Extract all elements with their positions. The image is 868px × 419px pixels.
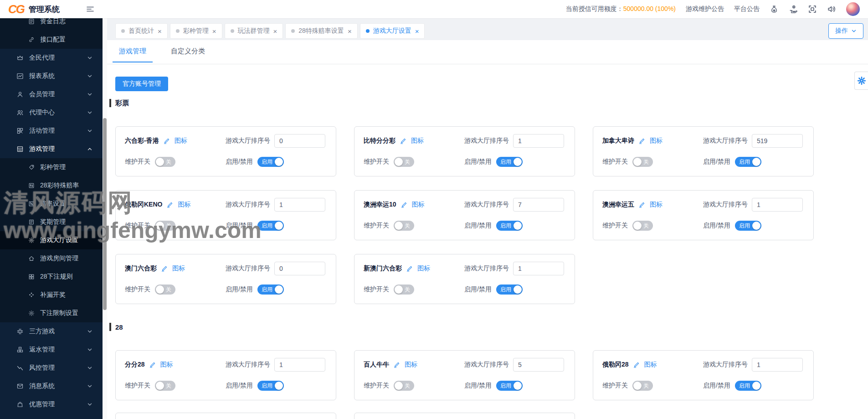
- enable-toggle[interactable]: 启用: [257, 221, 284, 231]
- close-icon[interactable]: ×: [212, 28, 216, 35]
- speaker-icon[interactable]: [827, 5, 836, 14]
- enable-toggle[interactable]: 启用: [735, 381, 761, 391]
- enable-toggle[interactable]: 启用: [735, 221, 761, 231]
- enable-toggle[interactable]: 启用: [735, 157, 761, 167]
- sidebar-item-5[interactable]: 代理中心: [0, 103, 103, 122]
- maintenance-toggle[interactable]: 关: [155, 157, 175, 167]
- sort-input[interactable]: [752, 134, 803, 148]
- icon-link[interactable]: 图标: [172, 264, 185, 273]
- sidebar-item-2[interactable]: 全民代理: [0, 49, 103, 67]
- sort-input[interactable]: [513, 198, 564, 212]
- sidebar-item-19[interactable]: 风控管理: [0, 359, 103, 377]
- edit-icon[interactable]: [406, 265, 413, 272]
- edit-icon[interactable]: [400, 138, 406, 145]
- action-dropdown-button[interactable]: 操作: [828, 23, 863, 39]
- sidebar-collapse-icon[interactable]: [86, 5, 94, 13]
- sidebar-item-13[interactable]: 游戏房间管理: [0, 249, 103, 268]
- icon-link[interactable]: 图标: [405, 361, 417, 369]
- sort-input[interactable]: [274, 198, 325, 212]
- sidebar-item-21[interactable]: 优惠管理: [0, 395, 103, 414]
- sidebar-item-7[interactable]: 游戏管理: [0, 140, 103, 158]
- sort-input[interactable]: [513, 262, 564, 275]
- sidebar-item-11[interactable]: 奖期管理: [0, 213, 103, 231]
- icon-link[interactable]: 图标: [160, 361, 173, 369]
- edit-icon[interactable]: [166, 202, 173, 208]
- sidebar-item-1[interactable]: 接口配置: [0, 31, 103, 49]
- edit-icon[interactable]: [149, 362, 156, 368]
- maintenance-toggle[interactable]: 关: [394, 285, 414, 295]
- sidebar-item-18[interactable]: 返水管理: [0, 341, 103, 359]
- sidebar-item-10[interactable]: 赔率设置: [0, 195, 103, 213]
- enable-toggle[interactable]: 启用: [257, 381, 284, 391]
- sidebar-item-14[interactable]: 28下注规则: [0, 268, 103, 286]
- close-icon[interactable]: ×: [273, 28, 277, 35]
- platform-announcement-link[interactable]: 平台公告: [734, 5, 760, 13]
- sidebar-item-8[interactable]: 彩种管理: [0, 158, 103, 176]
- maintenance-toggle[interactable]: 关: [394, 221, 414, 231]
- maintenance-toggle[interactable]: 关: [632, 157, 653, 167]
- sidebar-item-16[interactable]: 下注限制设置: [0, 304, 103, 322]
- sidebar-scrollbar[interactable]: [103, 18, 107, 419]
- sort-input[interactable]: [513, 134, 564, 148]
- game-maintenance-announcement-link[interactable]: 游戏维护公告: [686, 5, 724, 13]
- sidebar-item-0[interactable]: 资金日志: [0, 18, 103, 31]
- maintenance-toggle[interactable]: 关: [155, 221, 175, 231]
- close-icon[interactable]: ×: [348, 28, 352, 35]
- open-tab-4[interactable]: 游戏大厅设置×: [360, 23, 425, 39]
- page-tab-0[interactable]: 游戏管理: [113, 40, 153, 62]
- edit-icon[interactable]: [163, 138, 170, 145]
- sort-input[interactable]: [274, 134, 325, 148]
- icon-link[interactable]: 图标: [650, 201, 663, 209]
- edit-icon[interactable]: [401, 202, 407, 208]
- sidebar-item-20[interactable]: 消息系统: [0, 377, 103, 395]
- handcoin-icon[interactable]: [789, 5, 798, 14]
- sidebar-item-6[interactable]: 活动管理: [0, 122, 103, 140]
- maintenance-toggle[interactable]: 关: [632, 221, 653, 231]
- sort-input[interactable]: [752, 358, 803, 372]
- sidebar-item-9[interactable]: 28彩特殊赔率: [0, 176, 103, 195]
- enable-toggle[interactable]: 启用: [496, 221, 523, 231]
- icon-link[interactable]: 图标: [412, 201, 425, 209]
- enable-toggle[interactable]: 启用: [496, 285, 523, 295]
- open-tab-1[interactable]: 彩种管理×: [170, 23, 222, 39]
- edit-icon[interactable]: [393, 362, 400, 368]
- open-tab-0[interactable]: 首页统计×: [115, 23, 168, 39]
- open-tab-2[interactable]: 玩法群管理×: [225, 23, 283, 39]
- enable-toggle[interactable]: 启用: [496, 381, 523, 391]
- close-icon[interactable]: ×: [415, 28, 419, 35]
- enable-toggle[interactable]: 启用: [496, 157, 523, 167]
- enable-toggle[interactable]: 启用: [257, 285, 284, 295]
- sort-input[interactable]: [274, 358, 325, 372]
- user-avatar[interactable]: [846, 2, 860, 16]
- official-account-button[interactable]: 官方账号管理: [115, 77, 168, 91]
- icon-link[interactable]: 图标: [417, 264, 430, 273]
- maintenance-toggle[interactable]: 关: [632, 381, 653, 391]
- edit-icon[interactable]: [638, 138, 645, 145]
- icon-link[interactable]: 图标: [411, 137, 424, 145]
- enable-toggle[interactable]: 启用: [257, 157, 284, 167]
- sidebar-item-4[interactable]: 会员管理: [0, 85, 103, 103]
- close-icon[interactable]: ×: [158, 28, 162, 35]
- sidebar-item-17[interactable]: 三方游戏: [0, 322, 103, 341]
- sidebar-item-12[interactable]: 游戏大厅设置: [0, 231, 103, 249]
- maintenance-toggle[interactable]: 关: [394, 157, 414, 167]
- theme-settings-flyout[interactable]: [854, 72, 868, 90]
- maintenance-toggle[interactable]: 关: [394, 381, 414, 391]
- maintenance-toggle[interactable]: 关: [155, 285, 175, 295]
- icon-link[interactable]: 图标: [175, 137, 187, 145]
- maintenance-toggle[interactable]: 关: [155, 381, 175, 391]
- sidebar-item-3[interactable]: 报表系统: [0, 67, 103, 85]
- edit-icon[interactable]: [161, 265, 168, 272]
- sort-input[interactable]: [513, 358, 564, 372]
- page-tab-1[interactable]: 自定义分类: [164, 40, 211, 62]
- icon-link[interactable]: 图标: [644, 361, 657, 369]
- edit-icon[interactable]: [633, 362, 640, 368]
- sidebar-item-15[interactable]: 补漏开奖: [0, 286, 103, 304]
- fullscreen-icon[interactable]: [808, 5, 817, 14]
- moneybag-icon[interactable]: [770, 5, 779, 14]
- sort-input[interactable]: [752, 198, 803, 212]
- sidebar-scrollbar-thumb[interactable]: [103, 118, 107, 310]
- sort-input[interactable]: [274, 262, 325, 275]
- icon-link[interactable]: 图标: [178, 201, 190, 209]
- edit-icon[interactable]: [638, 202, 645, 208]
